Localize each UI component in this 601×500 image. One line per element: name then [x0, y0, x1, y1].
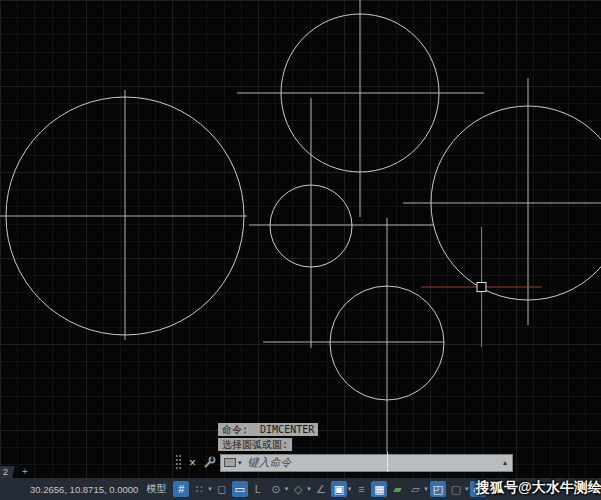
lineweight-icon[interactable]: ≡: [353, 481, 369, 497]
model-space-button[interactable]: 模型: [146, 482, 166, 496]
status-toggle-icons: #∷▾◻▭L⊙▾◇▾∠▣▾≡▦▰▱▾◰▢▾◎▾: [172, 478, 492, 500]
object-snap-icon[interactable]: ▣: [331, 481, 347, 497]
drawing-entities: [0, 0, 601, 478]
isodraft-dropdown-icon[interactable]: ▾: [307, 485, 311, 493]
drawing-canvas[interactable]: [0, 0, 601, 478]
snap-mode-icon[interactable]: ∷: [191, 481, 207, 497]
ortho-mode-icon[interactable]: L: [250, 481, 266, 497]
layout-tabs: 2 +: [0, 466, 28, 478]
command-bar: × ▾ 键入命令 ▴: [175, 452, 513, 473]
command-history-line-2: 选择圆弧或圆:: [218, 438, 292, 451]
new-layout-button[interactable]: +: [22, 467, 28, 477]
recent-commands-icon[interactable]: [224, 458, 236, 467]
chevron-down-icon[interactable]: ▾: [238, 459, 242, 467]
dynamic-ucs-icon[interactable]: ◰: [430, 481, 446, 497]
grid-icon[interactable]: #: [173, 481, 189, 497]
dynamic-input-icon[interactable]: ▭: [232, 481, 248, 497]
osnap-3d-dropdown-icon[interactable]: ▾: [424, 485, 428, 493]
osnap-tracking-icon[interactable]: ∠: [313, 481, 329, 497]
polar-tracking-dropdown-icon[interactable]: ▾: [285, 485, 289, 493]
layout-tab[interactable]: 2: [0, 466, 15, 478]
isodraft-icon[interactable]: ◇: [290, 481, 306, 497]
selection-filter-icon[interactable]: ▢: [448, 481, 464, 497]
close-icon[interactable]: ×: [189, 457, 196, 469]
command-bar-drag-handle[interactable]: [175, 454, 182, 471]
selection-cycling-icon[interactable]: ▰: [389, 481, 405, 497]
osnap-3d-icon[interactable]: ▱: [407, 481, 423, 497]
command-input-placeholder: 键入命令: [248, 455, 292, 470]
watermark-text: 搜狐号@大水牛测绘: [476, 479, 601, 497]
cad-application-window: 命令: DIMCENTER 选择圆弧或圆: × ▾ 键入命令 ▴ 2 + 30.…: [0, 0, 601, 500]
cursor-coordinates: 30.2656, 10.8715, 0.0000: [30, 484, 138, 495]
centerline-over-command-bar: [387, 452, 388, 472]
snap-mode-dropdown-icon[interactable]: ▾: [208, 485, 212, 493]
command-input[interactable]: ▾ 键入命令 ▴: [220, 454, 513, 472]
infer-constraints-icon[interactable]: ◻: [214, 481, 230, 497]
selection-filter-dropdown-icon[interactable]: ▾: [465, 485, 469, 493]
object-snap-dropdown-icon[interactable]: ▾: [348, 485, 352, 493]
transparency-icon[interactable]: ▦: [371, 481, 387, 497]
customize-wrench-icon[interactable]: [203, 456, 216, 469]
polar-tracking-icon[interactable]: ⊙: [268, 481, 284, 497]
command-history-line-1: 命令: DIMCENTER: [218, 423, 318, 436]
scroll-up-icon[interactable]: ▴: [503, 458, 507, 467]
